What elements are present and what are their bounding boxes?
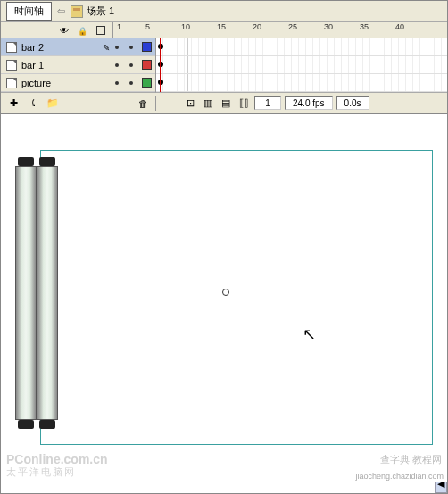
watermark-pconline-cn: 太平洋电脑网	[6, 465, 76, 479]
scene-icon	[71, 5, 83, 18]
add-motion-guide-icon[interactable]: ⤹	[26, 96, 40, 111]
layer-row[interactable]: bar 2	[1, 38, 155, 56]
frame-ruler[interactable]: 1510152025303540	[112, 22, 447, 38]
scroll-graphic[interactable]	[15, 157, 58, 429]
onion-skin-icon[interactable]: ▥	[201, 96, 215, 111]
visibility-dot[interactable]	[115, 81, 119, 85]
breadcrumb-arrow-icon: ⇦	[57, 5, 65, 17]
ruler-tick: 20	[253, 22, 261, 31]
lock-dot[interactable]	[129, 46, 133, 49]
frame-row[interactable]	[156, 56, 447, 74]
ruler-tick: 10	[181, 22, 190, 31]
watermark-pconline: PConline.com.cn	[6, 452, 108, 466]
lock-dot[interactable]	[129, 81, 133, 85]
ruler-tick: 30	[324, 22, 333, 31]
center-frame-icon[interactable]: ⊡	[183, 96, 197, 111]
ruler-tick: 25	[288, 22, 297, 31]
scroll-roller-left	[15, 157, 37, 429]
scroll-roller-right	[37, 157, 58, 429]
onion-skin-outlines-icon[interactable]: ▤	[219, 96, 233, 111]
frame-tools: ⊡ ▥ ▤ ⟦⟧ 1 24.0 fps 0.0s	[155, 96, 447, 111]
edit-multiple-frames-icon[interactable]: ⟦⟧	[236, 96, 251, 111]
delete-layer-icon[interactable]: 🗑	[136, 96, 150, 111]
layer-row[interactable]: bar 1	[1, 56, 155, 74]
top-bar: 时间轴 ⇦ 场景 1	[1, 1, 447, 22]
ruler-tick: 5	[145, 22, 150, 31]
registration-point-icon	[222, 289, 229, 296]
timeline-header-row: 1510152025303540	[1, 22, 447, 38]
pencil-icon	[103, 42, 110, 53]
ruler-tick: 1	[117, 22, 121, 31]
watermark-chazidian: 查字典 教程网	[380, 453, 442, 466]
layer-row[interactable]: picture	[1, 74, 155, 92]
lock-column-icon[interactable]	[78, 25, 87, 36]
fps-display: 24.0 fps	[285, 96, 333, 110]
add-layer-icon[interactable]: ✚	[6, 96, 21, 111]
outline-column-icon[interactable]	[96, 26, 105, 35]
visibility-dot[interactable]	[115, 63, 119, 67]
current-frame-display: 1	[254, 96, 281, 110]
keyframe-dot[interactable]	[158, 44, 163, 49]
stage-canvas[interactable]: ↖ PConline.com.cn 太平洋电脑网 查字典 教程网 jiaoche…	[1, 114, 447, 482]
outline-color-swatch[interactable]	[142, 42, 152, 52]
ruler-tick: 35	[360, 22, 369, 31]
ruler-tick: 40	[395, 22, 404, 31]
timeline-toolbar: ✚ ⤹ 📁 🗑 ⊡ ▥ ▤ ⟦⟧ 1 24.0 fps 0.0s ◀	[1, 93, 447, 114]
stage-bounds	[40, 150, 433, 445]
playhead[interactable]	[160, 38, 161, 92]
watermark-chazidian-url: jiaocheng.chazidian.com	[355, 472, 444, 481]
scene-label[interactable]: 场景 1	[87, 4, 114, 18]
visibility-dot[interactable]	[115, 46, 119, 49]
keyframe-dot[interactable]	[158, 80, 163, 85]
visibility-column-icon[interactable]	[60, 25, 69, 36]
flash-authoring-window: 时间轴 ⇦ 场景 1 1510152025303540 bar 2bar 1pi…	[0, 0, 448, 494]
outline-color-swatch[interactable]	[142, 60, 152, 70]
frame-row[interactable]	[156, 38, 447, 56]
layer-tools: ✚ ⤹ 📁 🗑	[1, 96, 155, 111]
add-folder-icon[interactable]: 📁	[46, 96, 60, 111]
timeline-frames[interactable]	[155, 38, 447, 93]
layer-type-icon	[6, 78, 17, 88]
layer-column-headers	[1, 25, 112, 36]
layer-name-label[interactable]: picture	[21, 78, 110, 88]
mouse-cursor-icon: ↖	[303, 324, 316, 344]
layer-type-icon	[6, 60, 17, 71]
layer-name-label[interactable]: bar 2	[21, 42, 103, 53]
ruler-tick: 15	[217, 22, 226, 31]
layer-name-label[interactable]: bar 1	[21, 60, 110, 71]
timeline-tab-button[interactable]: 时间轴	[6, 2, 52, 21]
elapsed-time-display: 0.0s	[336, 96, 369, 110]
lock-dot[interactable]	[129, 63, 133, 67]
layer-type-icon	[6, 42, 17, 53]
outline-color-swatch[interactable]	[142, 78, 152, 88]
keyframe-dot[interactable]	[158, 62, 163, 67]
frame-row[interactable]	[156, 74, 447, 92]
layers-panel: bar 2bar 1picture	[1, 38, 447, 93]
layer-list: bar 2bar 1picture	[1, 38, 155, 93]
